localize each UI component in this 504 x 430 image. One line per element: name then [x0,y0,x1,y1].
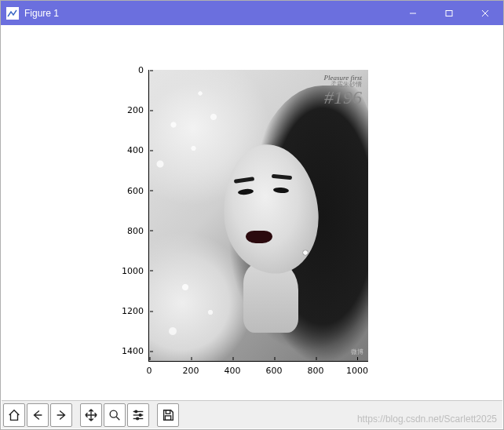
svg-point-10 [135,410,137,413]
y-tick: 400 [127,145,149,155]
y-tick: 1000 [122,265,149,275]
figure-canvas[interactable]: Pleasure first 柔霧朱砂情 #196 微博 0 200 400 6… [2,26,502,399]
x-tick: 800 [308,361,324,376]
x-tick: 600 [266,361,283,376]
close-button[interactable] [467,1,503,25]
y-tick: 800 [127,225,149,235]
y-tick: 1200 [122,306,149,316]
app-icon [6,7,19,20]
image-corner-watermark: 微博 [351,348,363,356]
y-tick: 0 [138,65,149,75]
maximize-button[interactable] [431,1,467,25]
x-tick: 400 [225,361,241,376]
axes: Pleasure first 柔霧朱砂情 #196 微博 0 200 400 6… [148,70,368,362]
axes-image: Pleasure first 柔霧朱砂情 #196 微博 [149,70,368,361]
y-tick: 600 [127,185,149,195]
svg-line-6 [116,417,119,420]
svg-point-5 [110,410,117,417]
page-watermark: https://blog.csdn.net/Scarlett2025 [357,414,497,425]
image-overlay-label: Pleasure first 柔霧朱砂情 #196 [324,75,362,107]
window-titlebar: Figure 1 [1,1,503,25]
back-button[interactable] [27,403,49,427]
forward-button[interactable] [50,403,72,427]
zoom-button[interactable] [104,403,126,427]
svg-point-12 [137,417,139,420]
svg-rect-14 [165,415,170,419]
configure-subplots-button[interactable] [127,403,149,427]
y-tick: 200 [127,105,149,115]
save-button[interactable] [157,403,179,427]
x-tick: 1000 [346,361,368,376]
home-button[interactable] [3,403,25,427]
minimize-button[interactable] [395,1,431,25]
svg-point-11 [139,414,141,416]
window-title: Figure 1 [24,8,59,19]
pan-button[interactable] [80,403,102,427]
svg-rect-2 [446,10,452,16]
y-tick: 1400 [122,346,149,356]
svg-rect-13 [166,410,170,414]
x-tick: 200 [183,361,199,376]
x-tick: 0 [147,361,152,376]
